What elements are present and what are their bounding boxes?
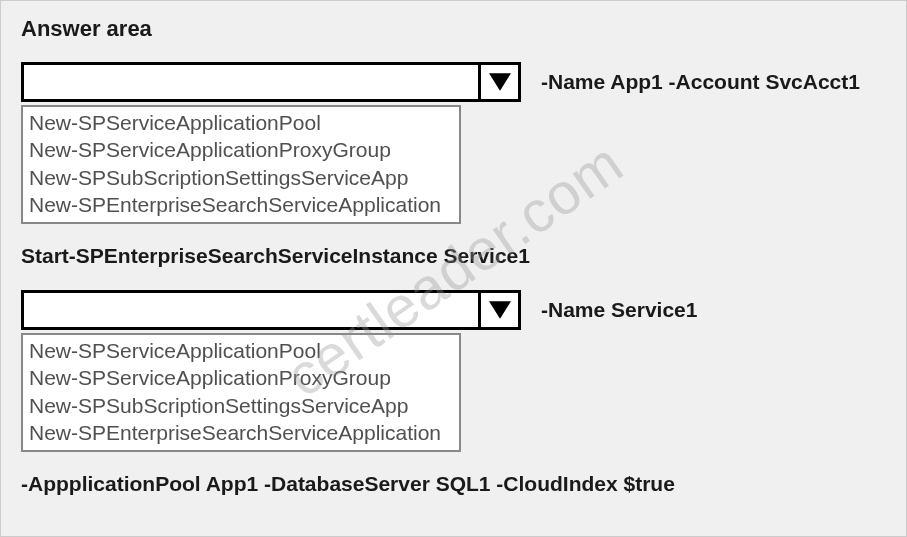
dropdown-2-option[interactable]: New-SPServiceApplicationProxyGroup [29, 364, 453, 391]
command-line-1: -Name App1 -Account SvcAcct1 [21, 62, 886, 102]
chevron-down-icon [489, 301, 511, 319]
svg-marker-0 [489, 73, 511, 91]
dropdown-1-options-panel: New-SPServiceApplicationPool New-SPServi… [21, 105, 461, 224]
dropdown-1-option[interactable]: New-SPSubScriptionSettingsServiceApp [29, 164, 453, 191]
dropdown-1-option[interactable]: New-SPEnterpriseSearchServiceApplication [29, 191, 453, 218]
answer-area-title: Answer area [21, 16, 886, 42]
dropdown-2-option[interactable]: New-SPServiceApplicationPool [29, 337, 453, 364]
command-line-2: -Name Service1 [21, 290, 886, 330]
middle-command-text: Start-SPEnterpriseSearchServiceInstance … [21, 244, 886, 268]
dropdown-1-option[interactable]: New-SPServiceApplicationPool [29, 109, 453, 136]
dropdown-2-options-panel: New-SPServiceApplicationPool New-SPServi… [21, 333, 461, 452]
dropdown-2-option[interactable]: New-SPEnterpriseSearchServiceApplication [29, 419, 453, 446]
dropdown-2-value [24, 293, 478, 327]
dropdown-1-suffix: -Name App1 -Account SvcAcct1 [541, 70, 860, 94]
dropdown-2-arrow[interactable] [478, 293, 518, 327]
dropdown-2-suffix: -Name Service1 [541, 298, 697, 322]
dropdown-2-option[interactable]: New-SPSubScriptionSettingsServiceApp [29, 392, 453, 419]
dropdown-1-arrow[interactable] [478, 65, 518, 99]
dropdown-2[interactable] [21, 290, 521, 330]
dropdown-1-value [24, 65, 478, 99]
svg-marker-1 [489, 301, 511, 319]
chevron-down-icon [489, 73, 511, 91]
bottom-command-text: -AppplicationPool App1 -DatabaseServer S… [21, 472, 886, 496]
dropdown-1[interactable] [21, 62, 521, 102]
dropdown-1-option[interactable]: New-SPServiceApplicationProxyGroup [29, 136, 453, 163]
